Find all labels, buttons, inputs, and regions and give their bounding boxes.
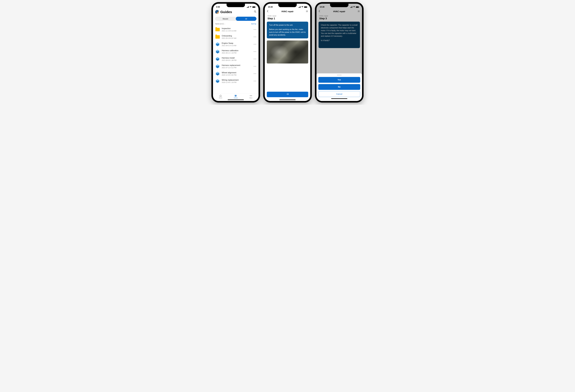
- list-item[interactable]: Harness calibration2021-08-12 1:18 PM•••: [213, 48, 259, 55]
- guides-list[interactable]: Inspection2021-11-19 6:13 AM•••Onboardin…: [213, 26, 259, 94]
- item-name: Inspection: [222, 27, 252, 30]
- back-button[interactable]: [318, 10, 322, 13]
- tab-recent[interactable]: Recent: [215, 17, 236, 21]
- list-item[interactable]: Harness replacement2021-07-12 4:12 PM•••: [213, 63, 259, 70]
- item-name: Onboarding: [222, 35, 252, 37]
- phone-library: 6:50 Guides Recent All: [212, 2, 260, 102]
- item-date: 2021-11-19 6:13 AM: [222, 30, 252, 32]
- item-name: Wheel alignment: [222, 72, 252, 74]
- home-indicator[interactable]: [228, 99, 244, 100]
- tab-label: Library: [234, 97, 238, 98]
- item-menu-button[interactable]: •••: [254, 36, 257, 38]
- wifi-icon: [353, 6, 355, 8]
- item-name: Harness install: [222, 57, 252, 59]
- item-menu-button[interactable]: •••: [254, 80, 257, 82]
- notch: [278, 4, 297, 7]
- step-header-bar: HVAC repair 123: [265, 9, 310, 14]
- breadcrumb: HVAC repair: [267, 15, 308, 17]
- item-date: 2020-12-03 3:32 PM: [222, 74, 252, 76]
- item-date: 2020-12-05 1:18 PM: [222, 81, 252, 83]
- cancel-button[interactable]: Cancel: [318, 91, 360, 97]
- list-item[interactable]: Inspection2021-11-19 6:13 AM•••: [213, 26, 259, 33]
- instruction-text: Check the capacitor: The capacitor is a …: [321, 24, 358, 38]
- guide-icon: [215, 78, 220, 84]
- action-sheet: Yes No Cancel: [316, 74, 362, 101]
- tab-all[interactable]: All: [236, 17, 257, 21]
- svg-text:2: 2: [358, 11, 358, 12]
- avatar[interactable]: [215, 10, 219, 14]
- notch: [330, 4, 348, 7]
- list-item[interactable]: Harness install2021-08-03 1:38 PM•••: [213, 55, 259, 63]
- item-date: 2021-09-21 6:13 AM: [222, 45, 252, 47]
- item-menu-button[interactable]: •••: [254, 65, 257, 68]
- item-name: Harness calibration: [222, 49, 252, 52]
- guide-icon: [215, 64, 220, 69]
- home-indicator[interactable]: [279, 99, 296, 100]
- more-icon: •••: [250, 95, 252, 97]
- sheet-grabber[interactable]: [337, 75, 341, 75]
- tab-bar: Home Library ••• More: [213, 94, 259, 99]
- svg-rect-21: [235, 95, 236, 97]
- tab-more[interactable]: ••• More: [243, 95, 259, 98]
- status-time: 10:28: [320, 6, 324, 8]
- item-menu-button[interactable]: •••: [254, 58, 257, 60]
- sort-label: Name (A-Z): [215, 23, 224, 25]
- item-date: 2021-08-12 1:18 PM: [222, 52, 252, 54]
- instruction-text: Turn off the power to the unit.: [269, 24, 306, 26]
- battery-icon: [252, 6, 255, 8]
- sort-by-button[interactable]: Sort by: [251, 23, 256, 25]
- step-image[interactable]: [267, 41, 308, 64]
- sort-arrow-icon: ↓: [224, 23, 225, 25]
- page-header: Guides: [213, 9, 259, 15]
- item-date: 2021-07-12 4:12 PM: [222, 67, 252, 69]
- list-item[interactable]: Engine Swap2021-09-21 6:13 AM•••: [213, 41, 259, 48]
- list-item[interactable]: Onboarding2021-05-19 6:37 AM•••: [213, 33, 259, 41]
- svg-text:3: 3: [306, 11, 306, 12]
- svg-point-0: [254, 11, 256, 12]
- item-menu-button[interactable]: •••: [254, 43, 257, 46]
- status-time: 6:50: [216, 6, 220, 8]
- tab-home[interactable]: Home: [213, 95, 228, 98]
- item-name: Harness replacement: [222, 64, 252, 67]
- guide-icon: [215, 42, 220, 47]
- item-name: Wiring replacement: [222, 79, 252, 81]
- guide-icon: [215, 71, 220, 76]
- outline-button[interactable]: 123: [357, 10, 360, 13]
- svg-text:3: 3: [358, 11, 358, 12]
- instruction-text: Is it faulty?: [321, 39, 358, 42]
- instruction-card: Turn off the power to the unit. Before y…: [267, 22, 308, 38]
- home-icon: [219, 95, 222, 97]
- phone-step1: 10:28 HVAC repair 123 HVAC repair Step 1: [263, 2, 312, 102]
- tab-library[interactable]: Library: [228, 95, 243, 98]
- item-menu-button[interactable]: •••: [254, 28, 257, 31]
- battery-icon: [356, 6, 359, 8]
- instruction-card: Check the capacitor: The capacitor is a …: [318, 22, 360, 48]
- battery-icon: [304, 6, 307, 8]
- back-button[interactable]: [267, 10, 270, 13]
- next-button[interactable]: [267, 92, 308, 97]
- home-indicator[interactable]: [331, 98, 347, 99]
- screen-title: HVAC repair: [271, 10, 304, 13]
- screen-title: HVAC repair: [323, 10, 355, 13]
- step-number: Step 3: [319, 17, 359, 20]
- status-time: 10:28: [268, 6, 273, 8]
- item-menu-button[interactable]: •••: [254, 50, 257, 53]
- list-item[interactable]: Wiring replacement2020-12-05 1:18 PM•••: [213, 77, 259, 85]
- item-menu-button[interactable]: •••: [254, 73, 257, 75]
- item-date: 2021-05-19 6:37 AM: [222, 37, 252, 39]
- no-button[interactable]: No: [318, 84, 360, 90]
- library-icon: [235, 95, 237, 97]
- signal-icon: [299, 6, 301, 8]
- signal-icon: [247, 6, 249, 8]
- svg-rect-22: [236, 95, 237, 97]
- tab-label: More: [249, 97, 252, 98]
- svg-line-1: [256, 12, 256, 13]
- search-button[interactable]: [254, 10, 257, 14]
- sort-column[interactable]: Name (A-Z) ↓: [215, 23, 225, 25]
- svg-rect-20: [235, 95, 235, 97]
- signal-icon: [350, 6, 352, 8]
- list-item[interactable]: Wheel alignment2020-12-03 3:32 PM•••: [213, 70, 259, 77]
- outline-button[interactable]: 123: [305, 10, 308, 13]
- yes-button[interactable]: Yes: [318, 77, 360, 83]
- notch: [227, 4, 245, 7]
